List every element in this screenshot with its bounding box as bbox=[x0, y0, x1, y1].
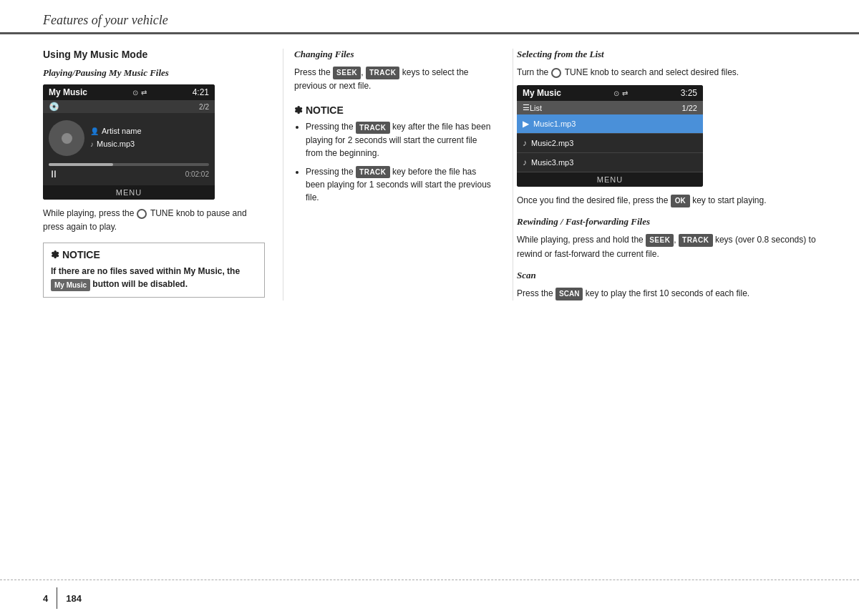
tune-knob-icon bbox=[137, 209, 147, 219]
cd-icon: 💿 bbox=[49, 102, 59, 112]
press-the-text: Press the bbox=[294, 67, 331, 77]
list-item-2: ♪ Music2.mp3 bbox=[517, 134, 703, 153]
player-subheader: 💿 2/2 bbox=[43, 100, 215, 113]
page-title: Features of your vehicle bbox=[43, 13, 168, 27]
rewind-pre: While playing, press and hold the bbox=[517, 235, 644, 245]
track-key-right: TRACK bbox=[679, 234, 713, 247]
list-item-2-name: Music2.mp3 bbox=[531, 139, 573, 147]
list-track-count: 1/22 bbox=[682, 104, 697, 112]
list-item-3: ♪ Music3.mp3 bbox=[517, 153, 703, 172]
changing-files-heading: Changing Files bbox=[294, 49, 495, 60]
player-header: My Music ⊙ ⇄ 4:21 bbox=[43, 84, 215, 100]
footer-chapter: 4 bbox=[43, 593, 48, 604]
track-count: 2/2 bbox=[199, 103, 209, 111]
player-screen: My Music ⊙ ⇄ 4:21 💿 2/2 👤 Artist na bbox=[43, 84, 215, 200]
notice-body-pre: If there are no files saved within My Mu… bbox=[51, 266, 240, 276]
find-text: Once you find the desired file, press th… bbox=[517, 194, 816, 207]
player-footer: MENU bbox=[43, 185, 215, 200]
list-menu-label: MENU bbox=[597, 175, 623, 184]
track-artist: 👤 Artist name bbox=[90, 125, 142, 138]
main-heading: Using My Music Mode bbox=[43, 49, 265, 60]
seek-key-mid: SEEK bbox=[333, 67, 361, 79]
notice-mid: ✽ NOTICE Pressing the TRACK key after th… bbox=[294, 104, 495, 204]
list-item-1-name: Music1.mp3 bbox=[533, 119, 576, 128]
col-separator-2 bbox=[513, 49, 513, 300]
menu-label: MENU bbox=[116, 188, 142, 197]
circle-icon-list: ⊙ bbox=[613, 89, 619, 97]
col-left: Using My Music Mode Playing/Pausing My M… bbox=[43, 49, 279, 300]
list-title: My Music bbox=[523, 88, 561, 98]
elapsed-time: 0:02:02 bbox=[185, 170, 209, 178]
turn-the: Turn the bbox=[517, 67, 548, 77]
tune-knob-icon-right bbox=[551, 68, 561, 78]
selecting-text: Turn the TUNE knob to search and select … bbox=[517, 66, 816, 79]
notice-body-post: button will be disabled. bbox=[92, 279, 188, 289]
footer-page: 184 bbox=[66, 593, 82, 604]
scan-key: SCAN bbox=[555, 288, 583, 300]
progress-controls: ⏸ 0:02:02 bbox=[49, 168, 209, 180]
list-time: 3:25 bbox=[681, 88, 697, 98]
list-item-1: ▶ Music1.mp3 bbox=[517, 114, 703, 134]
list-screen: My Music ⊙ ⇄ 3:25 ☰ List 1/22 ▶ Music1.m… bbox=[517, 85, 703, 187]
tune-text: TUNE knob to search and select desired f… bbox=[565, 67, 739, 77]
notice-bullets: Pressing the TRACK key after the file ha… bbox=[294, 120, 495, 204]
scan-pre: Press the bbox=[517, 288, 553, 298]
list-label: List bbox=[530, 104, 542, 112]
artist-name: Artist name bbox=[102, 125, 142, 138]
list-footer: MENU bbox=[517, 172, 703, 187]
player-progress: ⏸ 0:02:02 bbox=[43, 163, 215, 185]
find-post: key to start playing. bbox=[692, 195, 766, 205]
find-pre: Once you find the desired file, press th… bbox=[517, 195, 668, 205]
list-header-icons: ⊙ ⇄ bbox=[613, 89, 628, 97]
track-key-bullet2: TRACK bbox=[356, 166, 390, 178]
col-separator-1 bbox=[283, 49, 283, 300]
music-icon: ♪ bbox=[90, 139, 94, 150]
ok-key: OK bbox=[671, 195, 690, 207]
scan-heading: Scan bbox=[517, 270, 816, 281]
track-key-bullet1: TRACK bbox=[356, 122, 390, 134]
circle-icon: ⊙ bbox=[132, 89, 138, 97]
playing-pausing-heading: Playing/Pausing My Music Files bbox=[43, 67, 265, 79]
player-title: My Music bbox=[49, 87, 87, 97]
arrows-icon-list: ⇄ bbox=[622, 89, 628, 97]
arrows-icon: ⇄ bbox=[141, 89, 147, 97]
notice-star-left: ✽ NOTICE bbox=[51, 249, 100, 260]
bullet-2: Pressing the TRACK key before the file h… bbox=[306, 165, 495, 204]
list-subheader: ☰ List 1/22 bbox=[517, 101, 703, 114]
track-info: 👤 Artist name ♪ Music.mp3 bbox=[90, 125, 142, 150]
col-right: Selecting from the List Turn the TUNE kn… bbox=[517, 49, 816, 300]
player-body: 👤 Artist name ♪ Music.mp3 bbox=[43, 113, 215, 163]
music-icon-2: ♪ bbox=[523, 138, 527, 148]
album-art-inner bbox=[62, 133, 72, 144]
progress-bar-bg bbox=[49, 163, 209, 166]
notice-text-left: If there are no files saved within My Mu… bbox=[51, 265, 257, 290]
album-art bbox=[49, 120, 84, 156]
rewind-heading: Rewinding / Fast-forwarding Files bbox=[517, 216, 816, 228]
scan-text: Press the SCAN key to play the first 10 … bbox=[517, 287, 816, 300]
file-name: Music.mp3 bbox=[97, 138, 135, 151]
changing-files-text: Press the SEEK, TRACK keys to select the… bbox=[294, 66, 495, 93]
music-icon-3: ♪ bbox=[523, 157, 527, 167]
list-header: My Music ⊙ ⇄ 3:25 bbox=[517, 85, 703, 101]
track-filename: ♪ Music.mp3 bbox=[90, 138, 142, 151]
main-content: Using My Music Mode Playing/Pausing My M… bbox=[0, 34, 859, 300]
player-icons: ⊙ ⇄ bbox=[132, 89, 147, 97]
list-item-3-name: Music3.mp3 bbox=[531, 158, 573, 167]
pause-button[interactable]: ⏸ bbox=[49, 168, 59, 180]
notice-box-left: ✽ NOTICE If there are no files saved wit… bbox=[43, 243, 265, 297]
footer-divider bbox=[57, 587, 57, 609]
mymusic-button-label: My Music bbox=[51, 279, 90, 291]
notice-title-left: ✽ NOTICE bbox=[51, 249, 257, 260]
scan-post: key to play the first 10 seconds of each… bbox=[586, 288, 749, 298]
track-key-mid: TRACK bbox=[366, 67, 400, 79]
rewind-text: While playing, press and hold the SEEK, … bbox=[517, 233, 816, 260]
list-icon: ☰ bbox=[523, 103, 530, 112]
person-icon: 👤 bbox=[90, 126, 99, 137]
selecting-heading: Selecting from the List bbox=[517, 49, 816, 60]
progress-bar-fill bbox=[49, 163, 113, 166]
player-time: 4:21 bbox=[193, 87, 209, 97]
tune-label: TUNE knob bbox=[150, 208, 195, 218]
col-mid: Changing Files Press the SEEK, TRACK key… bbox=[287, 49, 509, 300]
play-icon-1: ▶ bbox=[523, 119, 529, 129]
page-header: Features of your vehicle bbox=[0, 0, 859, 34]
